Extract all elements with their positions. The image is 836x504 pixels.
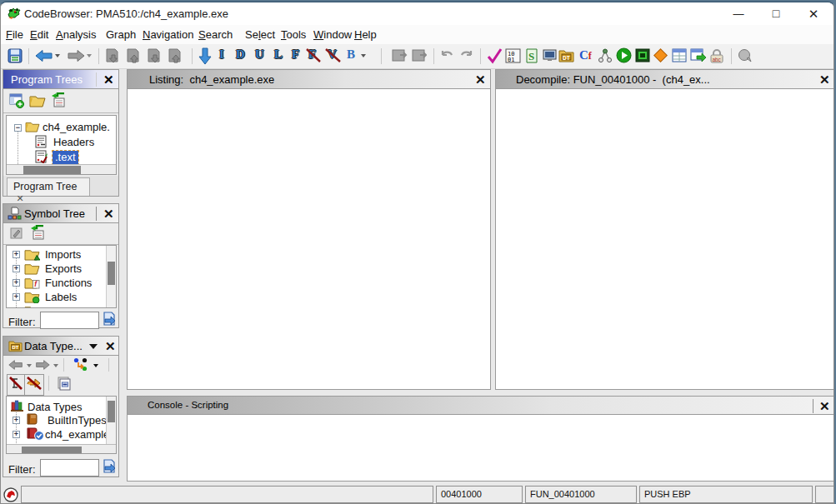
svg-text:DT: DT (12, 345, 18, 350)
svg-text:DT: DT (563, 55, 570, 61)
svg-text:S: S (528, 50, 534, 62)
svg-text:abc: abc (712, 57, 721, 62)
svg-text:01: 01 (508, 57, 514, 63)
